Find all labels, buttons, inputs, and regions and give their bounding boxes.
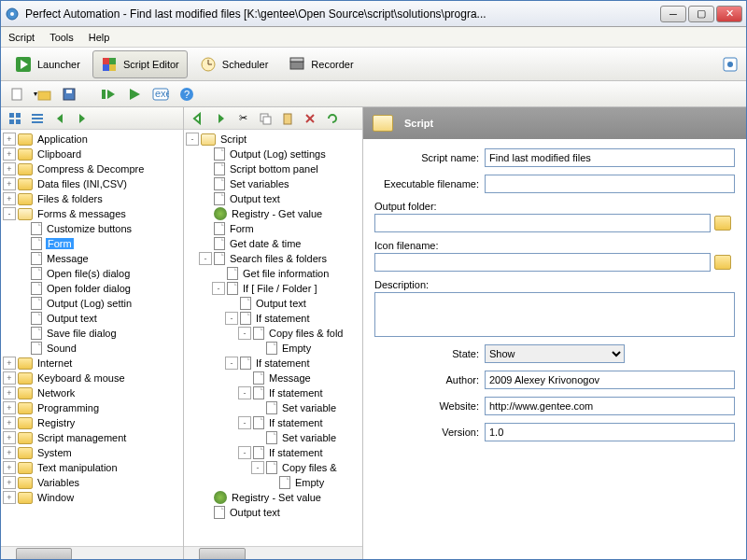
browse-icon-icon[interactable] (714, 255, 731, 270)
run-step-button[interactable] (98, 84, 119, 105)
tree-item[interactable]: +Window (3, 490, 181, 505)
paste-icon[interactable] (277, 108, 298, 129)
expand-icon[interactable]: + (3, 357, 16, 370)
expand-icon[interactable]: + (3, 371, 16, 385)
collapse-icon[interactable]: - (3, 207, 16, 220)
forward-icon[interactable] (72, 108, 92, 129)
website-input[interactable] (485, 397, 735, 415)
expand-icon[interactable]: + (3, 386, 16, 399)
state-select[interactable]: Show (485, 344, 625, 363)
tree-item[interactable]: +Application (3, 132, 181, 147)
delete-icon[interactable] (300, 108, 320, 129)
tree-item[interactable]: +Network (3, 385, 181, 400)
tab-scheduler[interactable]: Scheduler (191, 50, 277, 78)
tree-item[interactable]: Output text (3, 311, 181, 326)
save-button[interactable] (59, 84, 79, 105)
version-input[interactable] (485, 423, 735, 441)
tree-item[interactable]: Save file dialog (3, 326, 181, 341)
collapse-icon[interactable]: - (225, 312, 238, 325)
tree-item[interactable]: -If statement (186, 415, 360, 430)
tree-item[interactable]: -Copy files & (186, 460, 360, 475)
script-tree[interactable]: -ScriptOutput (Log) settingsScript botto… (184, 130, 362, 546)
commands-tree[interactable]: +Application+Clipboard+Compress & Decomp… (1, 130, 183, 546)
tree-item[interactable]: Output text (186, 191, 360, 206)
expand-icon[interactable]: + (3, 476, 16, 489)
icon-filename-input[interactable] (374, 253, 711, 272)
expand-icon[interactable]: + (3, 431, 16, 444)
browse-folder-icon[interactable] (714, 216, 731, 231)
tree-item[interactable]: -If statement (186, 356, 360, 371)
run-button[interactable] (124, 84, 145, 105)
nav-fwd-icon[interactable] (210, 108, 231, 129)
expand-icon[interactable]: + (3, 133, 16, 146)
tree-item[interactable]: +Clipboard (3, 147, 181, 161)
tree-item[interactable]: Set variable (186, 430, 360, 445)
menu-script[interactable]: Script (8, 32, 35, 43)
tree-item[interactable]: Get date & time (186, 236, 360, 251)
minimize-button[interactable]: ─ (660, 6, 686, 22)
collapse-icon[interactable]: - (238, 446, 251, 459)
collapse-icon[interactable]: - (238, 416, 251, 429)
collapse-icon[interactable]: - (186, 133, 199, 146)
tree-item[interactable]: Sound (3, 341, 181, 356)
tree-item[interactable]: -If statement (186, 385, 360, 400)
tree-item[interactable]: Message (186, 371, 360, 385)
tree-item[interactable]: Empty (186, 341, 360, 356)
maximize-button[interactable]: ▢ (688, 6, 714, 22)
exe-button[interactable]: exe (150, 84, 171, 105)
exe-filename-input[interactable] (485, 175, 735, 193)
tree-item[interactable]: Set variable (186, 400, 360, 415)
tree-item[interactable]: Output text (186, 296, 360, 311)
tree-item[interactable]: Form (186, 221, 360, 236)
tree-item[interactable]: Output (Log) settings (186, 147, 360, 161)
menu-tools[interactable]: Tools (49, 32, 74, 43)
author-input[interactable] (485, 371, 735, 389)
refresh-icon[interactable] (322, 108, 343, 129)
tree-item[interactable]: +Programming (3, 400, 181, 415)
cut-icon[interactable]: ✂ (233, 108, 253, 129)
expand-icon[interactable]: + (3, 177, 16, 190)
collapse-icon[interactable]: - (238, 327, 251, 340)
tree-item[interactable]: -Search files & folders (186, 251, 360, 266)
left-scrollbar[interactable] (1, 546, 183, 560)
expand-icon[interactable]: + (3, 162, 16, 175)
copy-icon[interactable] (255, 108, 275, 129)
tree-item[interactable]: -If [ File / Folder ] (186, 281, 360, 296)
expand-icon[interactable]: + (3, 147, 16, 161)
tree-item[interactable]: +Variables (3, 475, 181, 490)
tree-item[interactable]: +Data files (INI,CSV) (3, 176, 181, 191)
new-button[interactable] (7, 84, 27, 105)
tree-item[interactable]: Script bottom panel (186, 161, 360, 176)
collapse-icon[interactable]: - (238, 386, 251, 399)
expand-icon[interactable]: + (3, 491, 16, 504)
tree-item[interactable]: -If statement (186, 445, 360, 460)
tree-item[interactable]: +Files & folders (3, 191, 181, 206)
tree-item[interactable]: -Forms & messages (3, 206, 181, 221)
tab-recorder[interactable]: Recorder (280, 50, 361, 78)
tree-item[interactable]: +Text manipulation (3, 460, 181, 475)
tree-item[interactable]: Registry - Get value (186, 206, 360, 221)
tree-item[interactable]: -If statement (186, 311, 360, 326)
expand-icon[interactable]: + (3, 401, 16, 414)
help-button[interactable]: ? (176, 84, 197, 105)
tree-item[interactable]: Empty (186, 475, 360, 490)
collapse-icon[interactable]: - (212, 282, 225, 295)
tree-item[interactable]: +Registry (3, 415, 181, 430)
menu-help[interactable]: Help (89, 32, 110, 43)
back-icon[interactable] (49, 108, 70, 129)
settings-button[interactable] (720, 54, 740, 75)
expand-icon[interactable]: + (3, 416, 16, 429)
mid-scrollbar[interactable] (184, 546, 362, 560)
tree-item[interactable]: Customize buttons (3, 221, 181, 236)
tree-item[interactable]: Message (3, 251, 181, 266)
tab-launcher[interactable]: Launcher (7, 50, 89, 78)
tree-item[interactable]: Get file information (186, 266, 360, 281)
tree-item[interactable]: Registry - Set value (186, 490, 360, 505)
tree-item[interactable]: +System (3, 445, 181, 460)
tab-script-editor[interactable]: Script Editor (92, 50, 188, 78)
tree-item[interactable]: +Compress & Decompre (3, 161, 181, 176)
expand-icon[interactable]: + (3, 461, 16, 474)
tree-item[interactable]: Open folder dialog (3, 281, 181, 296)
tree-item[interactable]: Output text (186, 505, 360, 520)
tree-item[interactable]: +Internet (3, 356, 181, 371)
